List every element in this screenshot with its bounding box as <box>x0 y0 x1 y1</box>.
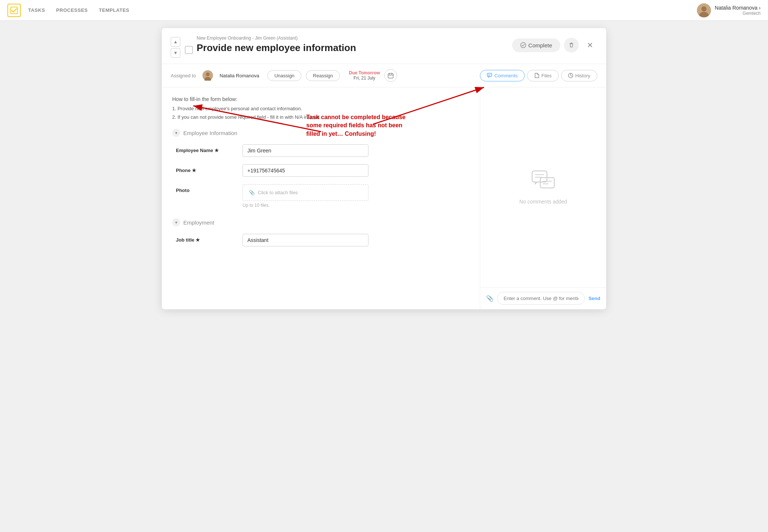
section-chevron-employment: ▼ <box>172 218 180 226</box>
due-date-block: Due Tomorrow Fri, 21 July <box>349 70 380 81</box>
modal-header-left: ▲ ▼ New Employee Onboarding - Jim Green … <box>171 36 356 58</box>
comments-empty-text: No comments added <box>519 199 567 205</box>
field-job-title: Job title ★ <box>172 234 470 246</box>
attach-hint: Up to 10 files. <box>243 203 470 208</box>
trash-icon <box>568 42 574 48</box>
send-comment-button[interactable]: Send <box>588 296 600 301</box>
nav-processes[interactable]: PROCESSES <box>56 6 88 14</box>
comment-input[interactable] <box>497 292 585 305</box>
comments-icon <box>487 73 492 78</box>
comments-empty-state: No comments added <box>480 87 606 287</box>
modal-header-right: Complete ✕ <box>512 38 597 53</box>
assigned-to-label: Assigned to <box>171 73 196 78</box>
task-nav-arrows: ▲ ▼ <box>171 37 180 58</box>
field-employee-name: Employee Name ★ <box>172 144 470 157</box>
svg-rect-8 <box>570 44 572 47</box>
delete-button[interactable] <box>564 38 579 53</box>
assignee-name: Natalia Romanova <box>220 73 259 78</box>
app-logo[interactable] <box>7 4 21 17</box>
reassign-button[interactable]: Reassign <box>306 70 340 81</box>
comments-empty-icon <box>531 170 555 194</box>
assignee-avatar <box>203 70 213 81</box>
job-title-input[interactable] <box>243 234 368 246</box>
task-modal: Task cannot be completed because some re… <box>162 28 606 309</box>
modal-overlay: Task cannot be completed because some re… <box>0 21 768 532</box>
section-title-employee: Employee Information <box>183 130 237 136</box>
input-wrap-employee-name <box>243 144 470 157</box>
svg-point-12 <box>206 73 210 76</box>
label-phone: Phone ★ <box>176 164 243 173</box>
nav-templates[interactable]: TEMPLATES <box>99 6 129 14</box>
next-task-button[interactable]: ▼ <box>171 48 180 58</box>
section-employee-info: ▼ Employee Information Employee Name ★ <box>172 129 470 208</box>
page-title: Provide new employee information <box>197 42 356 54</box>
svg-point-7 <box>521 43 526 48</box>
field-photo: Photo 📎 Click to attach files Up to 10 f… <box>172 184 470 208</box>
top-navigation: TASKS PROCESSES TEMPLATES Natalia Romano… <box>0 0 768 21</box>
section-chevron-employee: ▼ <box>172 129 180 137</box>
form-panel: How to fill-in the form below: 1. Provid… <box>162 87 480 309</box>
instruction-item-2: 2. If you can not provide some required … <box>172 114 470 120</box>
svg-rect-14 <box>388 74 393 78</box>
comment-attach-button[interactable]: 📎 <box>486 295 494 302</box>
user-name: Natalia Romanova › <box>715 5 761 11</box>
section-title-employment: Employment <box>183 219 214 226</box>
modal-toolbar: Assigned to Natalia Romanova Unassign Re… <box>162 64 606 87</box>
employee-name-input[interactable] <box>243 144 368 157</box>
user-company: Gemtech <box>715 11 761 16</box>
nav-tasks[interactable]: TASKS <box>28 6 45 14</box>
breadcrumb: New Employee Onboarding - Jim Green (Ass… <box>197 36 356 41</box>
toolbar-tabs: Comments Files History <box>480 70 597 81</box>
section-header-employment[interactable]: ▼ Employment <box>172 218 470 226</box>
section-employment: ▼ Employment Job title ★ <box>172 218 470 246</box>
comments-panel: No comments added 📎 Send <box>480 87 606 309</box>
input-wrap-photo: 📎 Click to attach files Up to 10 files. <box>243 184 470 208</box>
field-phone: Phone ★ <box>172 164 470 177</box>
due-date-value: Fri, 21 July <box>349 75 380 81</box>
complete-button[interactable]: Complete <box>512 38 560 52</box>
tab-comments[interactable]: Comments <box>480 70 525 81</box>
instructions: How to fill-in the form below: 1. Provid… <box>172 96 470 120</box>
phone-input[interactable] <box>243 164 368 177</box>
nav-links: TASKS PROCESSES TEMPLATES <box>28 6 129 14</box>
history-icon <box>568 73 573 78</box>
prev-task-button[interactable]: ▲ <box>171 37 180 47</box>
close-button[interactable]: ✕ <box>582 38 597 53</box>
due-date-label: Due Tomorrow <box>349 70 380 75</box>
comment-input-area: 📎 Send <box>480 287 606 309</box>
modal-body: How to fill-in the form below: 1. Provid… <box>162 87 606 309</box>
user-info: Natalia Romanova › Gemtech <box>715 5 761 16</box>
svg-point-2 <box>701 6 707 11</box>
task-checkbox[interactable] <box>185 46 193 54</box>
user-menu[interactable]: Natalia Romanova › Gemtech <box>697 3 761 17</box>
label-photo: Photo <box>176 184 243 193</box>
modal-title-block: New Employee Onboarding - Jim Green (Ass… <box>197 36 356 54</box>
calendar-button[interactable] <box>384 69 397 82</box>
tab-files[interactable]: Files <box>527 70 558 81</box>
tab-history[interactable]: History <box>561 70 597 81</box>
input-wrap-job-title <box>243 234 470 246</box>
avatar <box>697 3 711 17</box>
label-job-title: Job title ★ <box>176 234 243 243</box>
check-circle-icon <box>520 42 526 48</box>
instructions-list: 1. Provide new employee's personal and c… <box>172 106 470 120</box>
modal-header: ▲ ▼ New Employee Onboarding - Jim Green … <box>162 28 606 64</box>
files-icon <box>534 73 539 78</box>
input-wrap-phone <box>243 164 470 177</box>
calendar-icon <box>388 73 394 78</box>
instruction-item-1: 1. Provide new employee's personal and c… <box>172 106 470 111</box>
instructions-title: How to fill-in the form below: <box>172 96 470 102</box>
attach-files-button[interactable]: 📎 Click to attach files <box>243 184 368 201</box>
label-employee-name: Employee Name ★ <box>176 144 243 153</box>
paperclip-icon: 📎 <box>249 190 255 195</box>
unassign-button[interactable]: Unassign <box>267 70 301 81</box>
svg-rect-22 <box>532 171 547 182</box>
section-header-employee[interactable]: ▼ Employee Information <box>172 129 470 137</box>
